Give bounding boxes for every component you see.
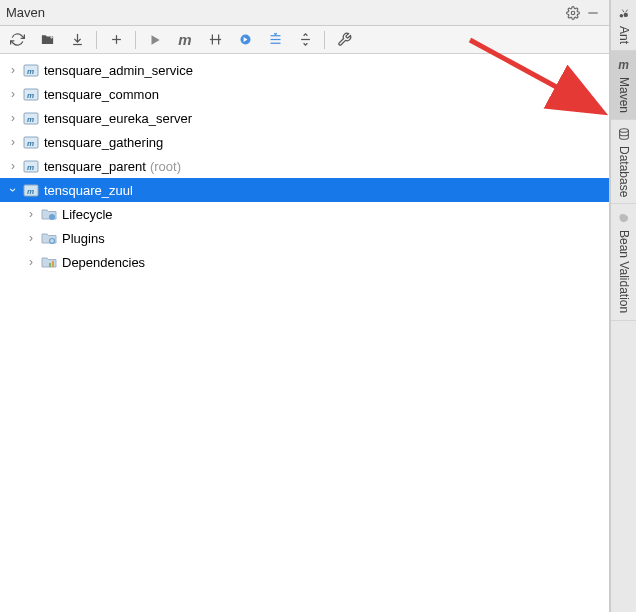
tree-item-dependencies[interactable]: › Dependencies [0, 250, 609, 274]
tree-item-common[interactable]: › m tensquare_common [0, 82, 609, 106]
svg-point-32 [619, 14, 623, 18]
skip-tests-icon[interactable] [202, 28, 228, 52]
tab-ant[interactable]: Ant [611, 0, 636, 51]
refresh-icon[interactable] [4, 28, 30, 52]
svg-text:m: m [27, 115, 34, 124]
ant-icon [616, 6, 632, 22]
maven-module-icon: m [22, 109, 40, 127]
maven-icon: m [616, 57, 632, 73]
project-tree[interactable]: › m tensquare_admin_service › m tensquar… [0, 54, 609, 274]
svg-point-0 [571, 11, 575, 15]
tab-label: Ant [617, 26, 631, 44]
plus-icon[interactable] [103, 28, 129, 52]
tree-label: Lifecycle [62, 207, 113, 222]
tree-label: tensquare_gathering [44, 135, 163, 150]
chevron-right-icon[interactable]: › [4, 85, 22, 103]
toolbar: + m [0, 26, 609, 54]
chevron-right-icon[interactable]: › [4, 109, 22, 127]
svg-text:m: m [27, 139, 34, 148]
toolbar-separator [135, 31, 136, 49]
tab-maven[interactable]: m Maven [611, 51, 636, 120]
svg-text:m: m [27, 91, 34, 100]
tree-item-lifecycle[interactable]: › Lifecycle [0, 202, 609, 226]
tree-item-gathering[interactable]: › m tensquare_gathering [0, 130, 609, 154]
tree-label: tensquare_common [44, 87, 159, 102]
chevron-right-icon[interactable]: › [22, 205, 40, 223]
download-icon[interactable] [64, 28, 90, 52]
tree-item-admin-service[interactable]: › m tensquare_admin_service [0, 58, 609, 82]
lifecycle-folder-icon [40, 205, 58, 223]
chevron-right-icon[interactable]: › [4, 133, 22, 151]
m-icon[interactable]: m [172, 28, 198, 52]
tree-label: Dependencies [62, 255, 145, 270]
svg-line-34 [622, 10, 624, 13]
tree-item-eureka[interactable]: › m tensquare_eureka_server [0, 106, 609, 130]
maven-module-icon: m [22, 61, 40, 79]
right-sidebar: Ant m Maven Database Bean Validation [610, 0, 636, 612]
chevron-right-icon[interactable]: › [4, 157, 22, 175]
tab-label: Bean Validation [617, 230, 631, 313]
svg-point-28 [49, 214, 55, 220]
tree-item-plugins[interactable]: › Plugins [0, 226, 609, 250]
svg-marker-7 [152, 35, 160, 44]
svg-rect-31 [52, 261, 54, 267]
expand-all-icon[interactable] [262, 28, 288, 52]
svg-text:m: m [27, 163, 34, 172]
tree-label: tensquare_zuul [44, 183, 133, 198]
tab-bean-validation[interactable]: Bean Validation [611, 204, 636, 320]
maven-panel: Maven + m [0, 0, 610, 612]
chevron-right-icon[interactable]: › [22, 229, 40, 247]
maven-module-icon: m [22, 133, 40, 151]
play-icon[interactable] [142, 28, 168, 52]
tab-database[interactable]: Database [611, 120, 636, 204]
panel-header: Maven [0, 0, 609, 26]
gear-icon[interactable] [563, 3, 583, 23]
tree-item-zuul[interactable]: › m tensquare_zuul [0, 178, 609, 202]
tab-label: Database [617, 146, 631, 197]
minimize-icon[interactable] [583, 3, 603, 23]
tree-label: tensquare_eureka_server [44, 111, 192, 126]
plugins-folder-icon [40, 229, 58, 247]
add-folder-icon[interactable]: + [34, 28, 60, 52]
svg-point-33 [623, 13, 627, 17]
tree-label: Plugins [62, 231, 105, 246]
database-icon [616, 126, 632, 142]
bean-icon [616, 210, 632, 226]
toolbar-separator [96, 31, 97, 49]
toolbar-separator [324, 31, 325, 49]
tree-item-parent[interactable]: › m tensquare_parent (root) [0, 154, 609, 178]
collapse-all-icon[interactable] [292, 28, 318, 52]
chevron-down-icon[interactable]: › [4, 181, 22, 199]
panel-title: Maven [6, 5, 563, 20]
svg-line-35 [625, 10, 627, 13]
svg-rect-30 [49, 263, 51, 267]
dependencies-folder-icon [40, 253, 58, 271]
maven-module-icon: m [22, 157, 40, 175]
svg-text:m: m [27, 187, 34, 196]
wrench-icon[interactable] [331, 28, 357, 52]
tree-label: tensquare_parent [44, 159, 146, 174]
tree-label: tensquare_admin_service [44, 63, 193, 78]
maven-module-icon: m [22, 85, 40, 103]
chevron-right-icon[interactable]: › [4, 61, 22, 79]
tab-label: Maven [617, 77, 631, 113]
tree-suffix: (root) [150, 159, 181, 174]
offline-icon[interactable] [232, 28, 258, 52]
svg-text:m: m [27, 67, 34, 76]
chevron-right-icon[interactable]: › [22, 253, 40, 271]
maven-module-icon: m [22, 181, 40, 199]
svg-point-36 [619, 129, 628, 133]
svg-text:+: + [50, 34, 53, 40]
